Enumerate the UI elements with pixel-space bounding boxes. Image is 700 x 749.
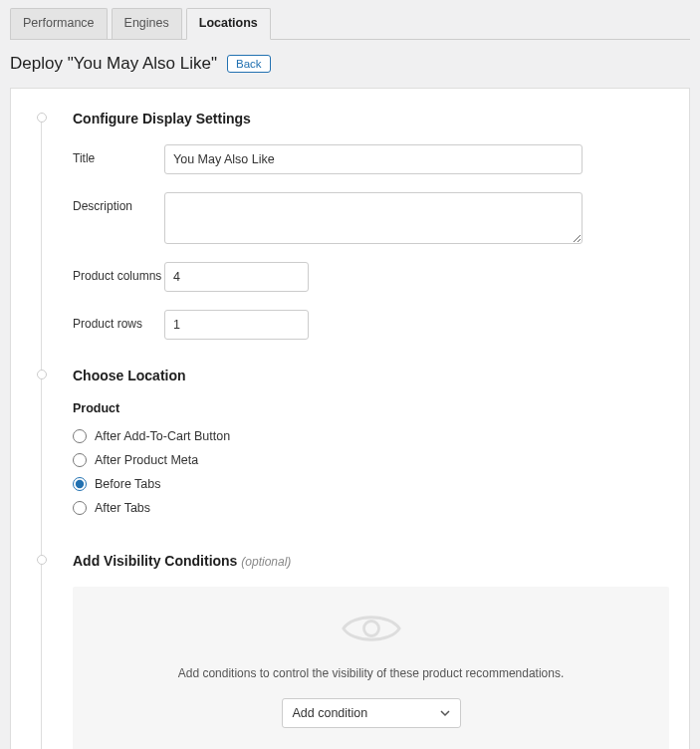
location-title: Choose Location	[73, 368, 669, 383]
step-visibility: Add Visibility Conditions (optional) Add…	[73, 553, 669, 749]
step-dot	[37, 370, 47, 379]
visibility-help-text: Add conditions to control the visibility…	[93, 666, 649, 680]
description-label: Description	[73, 192, 164, 213]
location-group-heading: Product	[73, 401, 669, 415]
radio-label: After Product Meta	[95, 453, 198, 467]
add-condition-label: Add condition	[293, 706, 368, 720]
rows-label: Product rows	[73, 310, 164, 331]
radio-before-tabs[interactable]: Before Tabs	[73, 477, 669, 491]
radio-after-tabs[interactable]: After Tabs	[73, 501, 669, 515]
visibility-optional-text: (optional)	[241, 555, 291, 569]
svg-point-0	[363, 622, 378, 636]
radio-label: Before Tabs	[95, 477, 160, 491]
chevron-down-icon	[440, 708, 450, 718]
step-configure: Configure Display Settings Title Descrip…	[73, 111, 669, 368]
tab-locations[interactable]: Locations	[186, 8, 271, 40]
radio-label: After Tabs	[95, 501, 150, 515]
back-button[interactable]: Back	[227, 55, 271, 73]
radio-input-after-addtocart[interactable]	[73, 429, 87, 443]
visibility-title-text: Add Visibility Conditions	[73, 553, 237, 569]
page-heading: Deploy "You May Also Like" Back	[10, 54, 690, 74]
tab-engines[interactable]: Engines	[112, 8, 182, 39]
radio-input-after-meta[interactable]	[73, 453, 87, 467]
visibility-box: Add conditions to control the visibility…	[73, 587, 669, 749]
columns-label: Product columns	[73, 262, 164, 283]
radio-after-meta[interactable]: After Product Meta	[73, 453, 669, 467]
radio-input-after-tabs[interactable]	[73, 501, 87, 515]
tabs: Performance Engines Locations	[10, 8, 690, 40]
timeline-line	[41, 117, 42, 749]
step-dot	[37, 113, 47, 123]
radio-after-addtocart[interactable]: After Add-To-Cart Button	[73, 429, 669, 443]
columns-input[interactable]	[164, 262, 309, 292]
title-label: Title	[73, 144, 164, 165]
page-title: Deploy "You May Also Like"	[10, 54, 217, 74]
radio-input-before-tabs[interactable]	[73, 477, 87, 491]
visibility-title: Add Visibility Conditions (optional)	[73, 553, 669, 569]
tab-performance[interactable]: Performance	[10, 8, 108, 39]
add-condition-select[interactable]: Add condition	[282, 698, 461, 728]
description-input[interactable]	[164, 192, 583, 244]
step-dot	[37, 555, 47, 565]
configure-title: Configure Display Settings	[73, 111, 669, 126]
rows-input[interactable]	[164, 310, 309, 340]
step-location: Choose Location Product After Add-To-Car…	[73, 368, 669, 553]
radio-label: After Add-To-Cart Button	[95, 429, 230, 443]
eye-icon	[342, 609, 401, 648]
main-panel: Configure Display Settings Title Descrip…	[10, 88, 690, 749]
title-input[interactable]	[164, 144, 583, 174]
